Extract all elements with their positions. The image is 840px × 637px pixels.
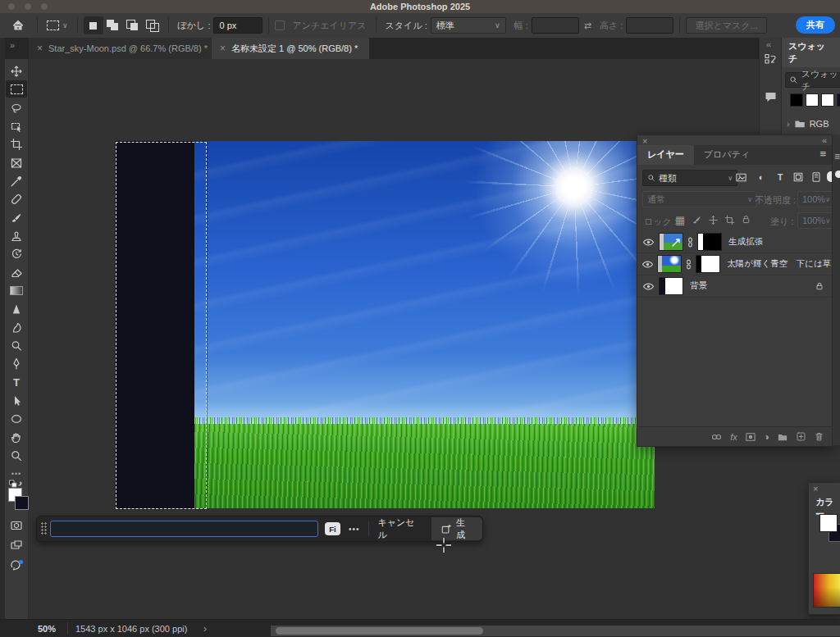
new-group-button[interactable] [777, 432, 788, 442]
tool-pen[interactable] [6, 355, 27, 372]
share-button[interactable]: 共有 [796, 16, 835, 34]
drag-handle[interactable] [41, 522, 47, 535]
layer-filter-search[interactable]: 種類 ∨ [642, 170, 737, 186]
comments-button[interactable] [764, 90, 778, 104]
tool-hand[interactable] [6, 429, 27, 446]
link-layers-button[interactable] [710, 432, 723, 442]
tab-properties[interactable]: プロパティ [694, 145, 760, 165]
tool-zoom[interactable] [6, 447, 27, 464]
tool-frame[interactable] [6, 154, 27, 171]
tool-lasso[interactable] [6, 99, 27, 116]
home-button[interactable] [11, 19, 31, 32]
version-history-button[interactable] [764, 52, 778, 66]
generative-prompt-input[interactable] [50, 521, 318, 537]
lock-position-icon[interactable] [708, 215, 719, 225]
traffic-light-close[interactable] [8, 3, 15, 10]
screen-mode-button[interactable] [6, 536, 27, 553]
swatch-group-rgb[interactable]: › RGB [787, 119, 840, 129]
tool-history-brush[interactable] [6, 245, 27, 262]
close-icon[interactable]: × [220, 43, 226, 54]
layer-mask-thumbnail[interactable] [697, 233, 722, 251]
layer-row-generative-expand[interactable]: 生成拡張 [637, 231, 833, 253]
adjustment-layer-button[interactable]: ◑ [764, 431, 769, 443]
background-color-swatch[interactable] [15, 496, 29, 510]
traffic-light-minimize[interactable] [25, 3, 31, 10]
mask-link-icon[interactable] [685, 258, 692, 271]
layer-name[interactable]: 背景 [690, 280, 707, 292]
tab-untitled-1[interactable]: × 名称未設定 1 @ 50% (RGB/8) * [212, 38, 369, 59]
add-mask-button[interactable] [745, 432, 756, 442]
feather-input[interactable]: 0 px [213, 17, 262, 34]
layer-thumbnail[interactable] [659, 277, 683, 295]
tool-rectangular-marquee[interactable] [6, 80, 27, 98]
filter-type-layers-button[interactable]: T [772, 170, 788, 184]
swap-dimensions-icon[interactable]: ⇄ [584, 20, 591, 31]
tool-crop[interactable] [6, 135, 27, 152]
layer-thumbnail[interactable] [659, 233, 683, 251]
delete-layer-button[interactable] [814, 431, 824, 442]
swatches-tab[interactable]: スウォッチ [782, 38, 840, 67]
tool-gradient[interactable] [6, 282, 27, 299]
tab-layers[interactable]: レイヤー [637, 145, 694, 165]
lock-transparency-icon[interactable]: ▦ [675, 214, 685, 226]
layer-name[interactable]: 生成拡張 [728, 236, 763, 248]
antialias-checkbox[interactable] [275, 20, 285, 30]
collapse-icon[interactable]: « [822, 135, 827, 145]
mask-link-icon[interactable] [687, 236, 694, 248]
tool-sharpen[interactable] [6, 300, 27, 317]
tool-eyedropper[interactable] [6, 172, 27, 189]
layer-mask-thumbnail[interactable] [696, 255, 720, 273]
panel-menu-icon[interactable]: ≡ [834, 151, 840, 162]
chevron-right-icon[interactable]: › [787, 119, 790, 129]
swatch-white-2[interactable] [821, 93, 834, 107]
horizontal-scrollbar-thumb[interactable] [276, 627, 483, 635]
tool-preset[interactable]: ∨ [47, 20, 68, 30]
style-dropdown[interactable]: 標準 ∨ [431, 17, 506, 34]
tool-type[interactable]: T [6, 374, 27, 391]
swatch-white[interactable] [806, 93, 819, 107]
add-to-selection-button[interactable] [103, 16, 123, 34]
tool-path-selection[interactable] [6, 392, 27, 409]
swatch-search-input[interactable]: スウォッチ [785, 72, 840, 88]
tool-move[interactable] [6, 62, 27, 80]
layer-style-button[interactable]: fx [730, 432, 737, 442]
visibility-eye-icon[interactable] [637, 237, 659, 248]
swatch-dark[interactable] [837, 93, 840, 107]
document-image[interactable] [194, 141, 655, 508]
new-layer-button[interactable] [796, 431, 806, 442]
tool-smudge[interactable] [6, 319, 27, 336]
intersect-selection-button[interactable] [143, 16, 162, 34]
more-options-button[interactable]: ••• [349, 525, 360, 534]
filter-adjustment-layers-button[interactable]: ◐ [753, 170, 769, 184]
visibility-eye-icon[interactable] [637, 281, 659, 292]
filter-smart-objects-button[interactable] [808, 170, 824, 184]
notifications-button[interactable] [6, 557, 27, 574]
subtract-from-selection-button[interactable] [123, 16, 143, 34]
collapse-panels-icon[interactable]: « [766, 39, 771, 49]
status-chevron-icon[interactable]: › [203, 623, 207, 635]
horizontal-scrollbar-track[interactable] [271, 626, 840, 636]
visibility-eye-icon[interactable] [637, 259, 657, 270]
close-icon[interactable]: × [813, 484, 818, 494]
color-spectrum-picker[interactable] [813, 573, 840, 607]
tool-eraser[interactable] [6, 264, 27, 281]
selection-marching-ants[interactable] [116, 142, 207, 509]
tool-spot-healing-brush[interactable] [6, 190, 27, 207]
panel-menu-icon[interactable]: ≡ [813, 145, 833, 165]
tool-object-selection[interactable] [6, 117, 27, 134]
traffic-light-zoom[interactable] [41, 3, 48, 10]
tool-ellipse-shape[interactable] [6, 410, 27, 427]
layer-row-background[interactable]: 背景 [637, 275, 833, 298]
generate-button[interactable]: 生成 [431, 517, 482, 540]
tool-clone-stamp[interactable] [6, 227, 27, 244]
tool-dodge[interactable] [6, 337, 27, 354]
lock-all-icon[interactable] [741, 214, 751, 225]
close-icon[interactable]: × [37, 43, 43, 54]
new-selection-button[interactable] [84, 16, 103, 34]
tool-brush[interactable] [6, 209, 27, 226]
lock-artboard-icon[interactable] [724, 215, 735, 225]
layer-name[interactable]: 太陽が輝く青空 下には草原 [727, 258, 833, 270]
foreground-color-swatch[interactable] [819, 514, 838, 532]
toolbar-expand-icon[interactable]: » [10, 40, 15, 50]
swatch-black[interactable] [790, 93, 803, 107]
